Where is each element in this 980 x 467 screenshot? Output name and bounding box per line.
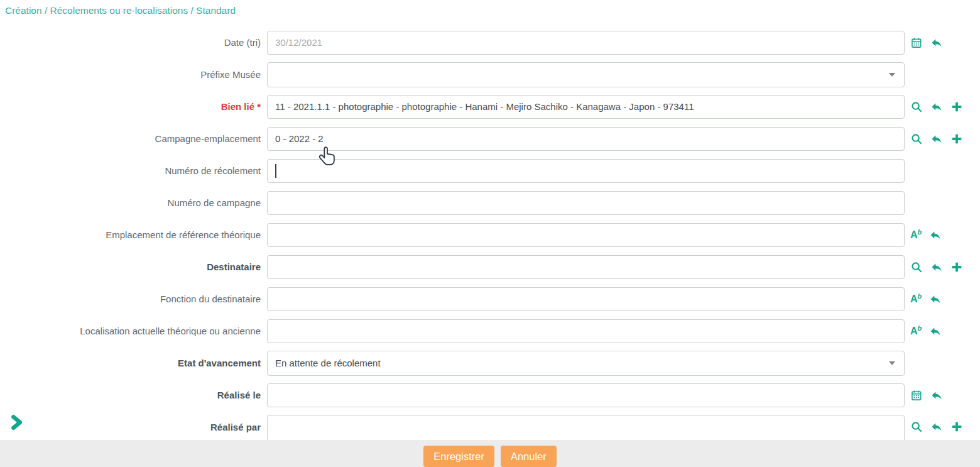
undo-icon[interactable] <box>930 101 943 113</box>
text-format-ab-icon[interactable]: Ab <box>910 325 922 336</box>
emplacement-reference-input[interactable] <box>267 223 905 247</box>
undo-icon[interactable] <box>929 229 942 241</box>
undo-icon[interactable] <box>930 36 943 49</box>
undo-icon[interactable] <box>930 261 943 273</box>
field-label: Etat d'avancement <box>0 358 267 368</box>
field-label: Numéro de récolement <box>0 165 267 176</box>
field-label: Emplacement de référence théorique <box>0 229 267 240</box>
undo-icon[interactable] <box>930 389 943 402</box>
form-row-localisation-actuelle: Localisation actuelle théorique ou ancie… <box>0 315 980 347</box>
form-row-prefixe-musee: Préfixe Musée <box>0 58 980 91</box>
field-label: Destinataire <box>0 261 267 272</box>
field-label: Fonction du destinataire <box>0 294 267 304</box>
form-row-realise-le: Réalisé le <box>0 379 980 411</box>
field-label: Date (tri) <box>0 37 267 48</box>
chevron-down-icon <box>889 361 895 365</box>
destinataire-input[interactable] <box>267 255 905 279</box>
calendar-icon[interactable] <box>910 36 923 49</box>
field-label: Préfixe Musée <box>0 69 267 80</box>
fonction-destinataire-input[interactable] <box>267 287 905 311</box>
plus-icon[interactable] <box>950 133 963 145</box>
field-label: Réalisé le <box>0 390 267 400</box>
form-row-bien-lie: Bien lié * <box>0 91 980 123</box>
select-value: En attente de récolement <box>275 358 381 368</box>
realise-le-input[interactable] <box>267 383 905 407</box>
form-row-campagne-emplacement: Campagne-emplacement <box>0 123 980 155</box>
form-row-destinataire: Destinataire <box>0 251 980 283</box>
search-icon[interactable] <box>910 420 923 433</box>
plus-icon[interactable] <box>950 420 963 433</box>
form-row-etat-avancement: Etat d'avancement En attente de récoleme… <box>0 347 980 379</box>
expand-panel-chevron-right-icon[interactable] <box>8 411 25 434</box>
save-button[interactable]: Enregistrer <box>423 446 494 467</box>
campagne-emplacement-input[interactable] <box>267 127 905 151</box>
form-row-numero-campagne: Numéro de campagne <box>0 187 980 219</box>
field-label: Réalisé par <box>0 422 267 432</box>
creation-form-page: Création / Récolements ou re-localisatio… <box>0 0 980 467</box>
undo-icon[interactable] <box>930 133 943 145</box>
form-row-emplacement-reference: Emplacement de référence théorique Ab <box>0 219 980 251</box>
plus-icon[interactable] <box>950 101 963 113</box>
undo-icon[interactable] <box>929 325 942 338</box>
localisation-actuelle-input[interactable] <box>267 319 905 343</box>
date-tri-input[interactable] <box>267 31 905 55</box>
calendar-icon[interactable] <box>910 389 923 402</box>
footer-action-bar: Enregistrer Annuler <box>0 440 980 467</box>
form-row-date-tri: Date (tri) <box>0 26 980 58</box>
search-icon[interactable] <box>910 101 923 113</box>
field-label: Numéro de campagne <box>0 197 267 208</box>
plus-icon[interactable] <box>950 261 963 273</box>
field-label: Campagne-emplacement <box>0 133 267 144</box>
undo-icon[interactable] <box>930 420 943 433</box>
text-format-ab-icon[interactable]: Ab <box>910 293 922 304</box>
undo-icon[interactable] <box>929 293 942 305</box>
search-icon[interactable] <box>910 133 923 145</box>
bien-lie-input[interactable] <box>267 95 905 119</box>
form: Date (tri) <box>0 26 980 443</box>
chevron-down-icon <box>889 73 895 77</box>
form-row-fonction-destinataire: Fonction du destinataire Ab <box>0 283 980 315</box>
text-format-ab-icon[interactable]: Ab <box>910 229 922 240</box>
prefixe-musee-select[interactable] <box>267 62 905 87</box>
form-row-numero-recolement: Numéro de récolement <box>0 155 980 187</box>
breadcrumb: Création / Récolements ou re-localisatio… <box>5 5 236 16</box>
numero-campagne-input[interactable] <box>267 191 905 215</box>
etat-avancement-select[interactable]: En attente de récolement <box>267 351 905 376</box>
form-row-realise-par: Réalisé par <box>0 411 980 443</box>
text-caret <box>275 164 276 178</box>
numero-recolement-input[interactable] <box>267 159 905 183</box>
field-label-required: Bien lié * <box>0 101 267 112</box>
field-label: Localisation actuelle théorique ou ancie… <box>0 326 267 336</box>
search-icon[interactable] <box>910 261 923 273</box>
cancel-button[interactable]: Annuler <box>501 446 557 467</box>
